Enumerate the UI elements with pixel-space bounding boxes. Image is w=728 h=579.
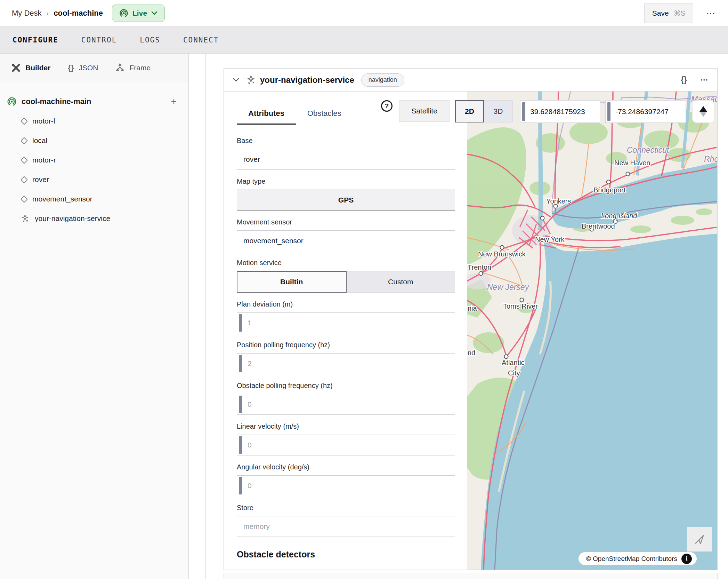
tab-control[interactable]: CONTROL xyxy=(81,36,117,44)
city-label: New Brunswick xyxy=(478,250,526,258)
position-polling-frequency-input[interactable]: 2 xyxy=(237,353,455,374)
angular-velocity-input[interactable]: 0 xyxy=(237,475,455,496)
city-label: Brentwood xyxy=(582,222,615,230)
tree-root-machine[interactable]: cool-machine-main + xyxy=(0,92,188,111)
config-sidebar: Builder {} JSON Frame cool-machine-main … xyxy=(0,54,189,579)
info-icon[interactable]: i xyxy=(681,554,692,564)
latitude-drag-handle[interactable] xyxy=(522,102,525,121)
live-label: Live xyxy=(132,9,147,17)
city-marker xyxy=(541,216,544,220)
step-up-icon[interactable] xyxy=(699,106,707,112)
add-component-button[interactable]: + xyxy=(171,97,177,106)
movement-sensor-input[interactable]: movement_sensor xyxy=(237,230,455,251)
city-marker xyxy=(500,246,504,249)
card-more-icon[interactable]: ⋯ xyxy=(700,75,708,85)
tab-configure[interactable]: CONFIGURE xyxy=(13,36,58,44)
city-marker xyxy=(504,355,508,359)
tab-attributes[interactable]: Attributes xyxy=(237,109,296,125)
obstacle-polling-frequency-drag-handle[interactable] xyxy=(239,396,242,413)
obstacle-polling-frequency-input[interactable]: 0 xyxy=(237,394,455,415)
service-star-icon xyxy=(22,215,29,222)
city-marker xyxy=(520,298,524,302)
sidebar-resize-gutter[interactable] xyxy=(189,54,206,579)
mode-frame[interactable]: Frame xyxy=(115,63,151,72)
card-json-icon[interactable]: {} xyxy=(681,75,687,85)
save-button[interactable]: Save ⌘S xyxy=(644,3,693,23)
tree-item-label: motor-r xyxy=(32,156,56,164)
movement-sensor-label: Movement sensor xyxy=(237,218,455,226)
city-marker xyxy=(554,205,558,208)
breadcrumb-separator: › xyxy=(47,9,49,17)
linear-velocity-drag-handle[interactable] xyxy=(239,436,242,454)
attribution-text: © OpenStreetMap Contributors xyxy=(586,555,677,563)
tab-logs[interactable]: LOGS xyxy=(140,36,160,44)
tree-item-rover[interactable]: rover xyxy=(0,170,188,189)
motion-service-segmented: BuiltinCustom xyxy=(237,271,455,293)
mode-builder[interactable]: Builder xyxy=(11,63,50,72)
component-diamond-icon xyxy=(21,156,28,164)
city-label: Yonkers xyxy=(546,197,571,205)
field-plan-deviation: Plan deviation (m)1 xyxy=(237,300,455,333)
base-value: rover xyxy=(243,155,260,164)
city-label: New Haven xyxy=(614,159,650,167)
coordinate-stepper[interactable] xyxy=(692,100,714,123)
tree-item-your-navigation-service[interactable]: your-navigation-service xyxy=(0,209,188,228)
map-dimension-toggle: 2D 3D xyxy=(455,100,513,122)
longitude-input[interactable]: -73.2486397247 xyxy=(605,100,686,123)
plan-deviation-drag-handle[interactable] xyxy=(239,314,242,332)
state-label: New Jersey xyxy=(487,283,529,292)
field-map-type: Map typeGPS xyxy=(237,177,455,211)
save-label: Save xyxy=(652,9,669,17)
machine-part-tree: cool-machine-main + motor-llocalmotor-rr… xyxy=(0,82,188,228)
mode-frame-label: Frame xyxy=(129,64,151,72)
plan-deviation-input[interactable]: 1 xyxy=(237,312,455,333)
city-label: Atlantic xyxy=(502,359,525,366)
map-3d-button[interactable]: 3D xyxy=(484,100,513,122)
live-status-dropdown[interactable]: Live xyxy=(112,5,165,22)
tree-item-motor-l[interactable]: motor-l xyxy=(0,111,188,131)
tree-item-local[interactable]: local xyxy=(0,131,188,150)
store-input[interactable]: memory xyxy=(237,516,455,537)
help-button[interactable]: ? xyxy=(381,100,393,112)
tree-item-motor-r[interactable]: motor-r xyxy=(0,150,188,170)
plan-deviation-value: 1 xyxy=(248,319,252,327)
navigation-map[interactable]: MassachRhodConnecticutNew JerseyNew Have… xyxy=(467,92,717,570)
position-polling-frequency-drag-handle[interactable] xyxy=(239,355,242,372)
motion-service-label: Motion service xyxy=(237,259,455,267)
position-polling-frequency-label: Position polling frequency (hz) xyxy=(237,341,455,349)
next-card-edge[interactable] xyxy=(224,573,718,579)
store-value: memory xyxy=(243,522,270,531)
angular-velocity-drag-handle[interactable] xyxy=(239,477,242,494)
obstacle-detectors-heading: Obstacle detectors xyxy=(237,549,455,560)
base-input[interactable]: rover xyxy=(237,149,455,170)
header-more-menu-icon[interactable]: ⋯ xyxy=(706,8,716,19)
tab-obstacles[interactable]: Obstacles xyxy=(296,109,353,124)
step-down-icon[interactable] xyxy=(700,112,706,117)
latitude-input[interactable]: 39.62848175923 xyxy=(520,100,600,123)
city-label: Bridgeport xyxy=(593,186,626,194)
component-diamond-icon xyxy=(21,176,28,183)
movement-sensor-value: movement_sensor xyxy=(243,237,304,245)
motion-service-option-custom[interactable]: Custom xyxy=(347,271,455,293)
main-panel: your-navigation-service navigation {} ⋯ … xyxy=(206,54,728,579)
tab-connect[interactable]: CONNECT xyxy=(183,36,219,44)
breadcrumb-root[interactable]: My Desk xyxy=(12,9,42,18)
motion-service-option-builtin[interactable]: Builtin xyxy=(237,271,347,293)
map-attribution: © OpenStreetMap Contributors i xyxy=(579,552,697,565)
linear-velocity-input[interactable]: 0 xyxy=(237,435,455,455)
tree-item-label: motor-l xyxy=(32,117,55,125)
map-type-button[interactable]: GPS xyxy=(237,190,455,211)
component-diamond-icon xyxy=(21,137,28,144)
state-label: Rhod xyxy=(704,154,717,164)
map-2d-button[interactable]: 2D xyxy=(455,100,484,122)
mode-json[interactable]: {} JSON xyxy=(68,63,98,72)
field-motion-service: Motion serviceBuiltinCustom xyxy=(237,259,455,293)
navigation-service-card: your-navigation-service navigation {} ⋯ … xyxy=(224,68,718,570)
field-movement-sensor: Movement sensormovement_sensor xyxy=(237,218,455,251)
tree-item-movement_sensor[interactable]: movement_sensor xyxy=(0,189,188,209)
collapse-chevron-icon[interactable] xyxy=(233,78,239,82)
angular-velocity-label: Angular velocity (deg/s) xyxy=(237,463,455,471)
satellite-toggle-button[interactable]: Satellite xyxy=(399,100,450,122)
locate-me-button[interactable] xyxy=(687,527,712,552)
longitude-drag-handle[interactable] xyxy=(607,102,610,121)
